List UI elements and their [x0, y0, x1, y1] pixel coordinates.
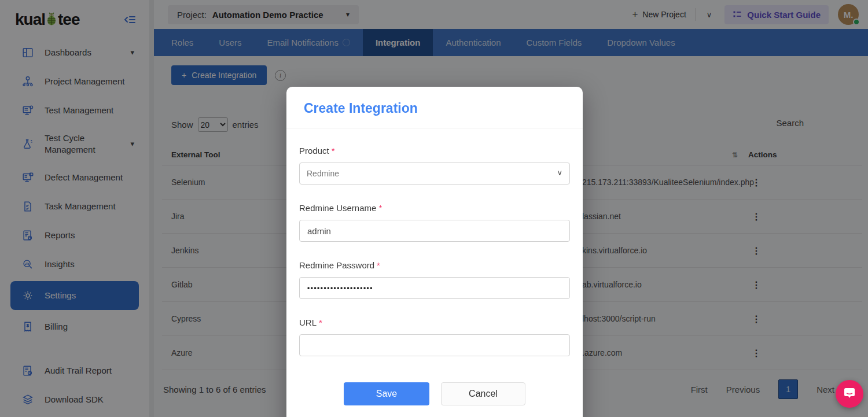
create-integration-modal: Create Integration Product* Redmine ∨ Re…: [286, 87, 583, 417]
modal-body: Product* Redmine ∨ Redmine Username* Red…: [286, 128, 583, 405]
save-button[interactable]: Save: [344, 382, 429, 405]
required-marker: *: [332, 146, 335, 156]
required-marker: *: [377, 260, 380, 270]
required-marker: *: [319, 318, 322, 327]
url-label: URL*: [299, 318, 570, 327]
modal-header: Create Integration: [286, 87, 583, 128]
product-label: Product*: [299, 146, 570, 156]
username-label: Redmine Username*: [299, 203, 570, 213]
product-select[interactable]: Redmine: [299, 163, 570, 184]
url-input[interactable]: [299, 334, 570, 356]
cancel-button[interactable]: Cancel: [441, 382, 525, 405]
required-marker: *: [378, 203, 382, 213]
chat-icon: [843, 388, 856, 400]
modal-title: Create Integration: [304, 101, 565, 116]
password-input[interactable]: [299, 277, 570, 299]
password-label: Redmine Password*: [299, 260, 570, 270]
username-input[interactable]: [299, 220, 570, 242]
chat-widget-button[interactable]: [836, 380, 863, 408]
